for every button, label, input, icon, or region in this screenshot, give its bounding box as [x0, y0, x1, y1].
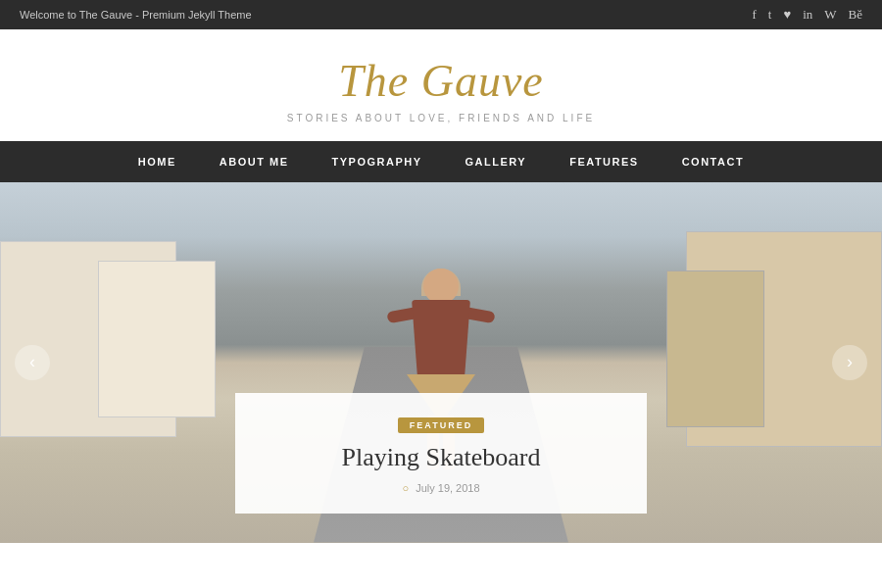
instagram-icon[interactable]: ♥	[783, 7, 791, 23]
site-tagline: Stories About Love, Friends and Life	[20, 113, 862, 123]
building-right2	[666, 270, 764, 427]
welcome-text: Welcome to The Gauve - Premium Jekyll Th…	[20, 9, 252, 21]
card-date-text: July 19, 2018	[416, 482, 479, 494]
nav-item-contact[interactable]: CONTACT	[661, 141, 765, 182]
social-icons: f t ♥ in W Bĕ	[752, 7, 862, 23]
nav-link-about[interactable]: ABOUT ME	[198, 141, 311, 182]
building-left2	[98, 261, 216, 417]
card-title[interactable]: Playing Skateboard	[274, 443, 608, 472]
site-header: The Gauve Stories About Love, Friends an…	[0, 29, 882, 141]
card-date: ○ July 19, 2018	[274, 482, 608, 494]
prev-arrow-icon: ‹	[29, 352, 35, 372]
nav-link-home[interactable]: HOME	[117, 141, 198, 182]
topbar: Welcome to The Gauve - Premium Jekyll Th…	[0, 0, 882, 29]
twitter-icon[interactable]: t	[768, 7, 772, 23]
behance-icon[interactable]: Bĕ	[849, 7, 862, 23]
nav-item-home[interactable]: HOME	[117, 141, 198, 182]
site-title[interactable]: The Gauve	[20, 57, 862, 107]
nav-item-about[interactable]: ABOUT ME	[198, 141, 311, 182]
nav-list: HOME ABOUT ME TYPOGRAPHY GALLERY FEATURE…	[117, 141, 765, 182]
next-arrow-icon: ›	[847, 352, 853, 372]
nav-link-gallery[interactable]: GALLERY	[444, 141, 549, 182]
linkedin-icon[interactable]: in	[803, 7, 812, 23]
nav-item-features[interactable]: FEATURES	[548, 141, 660, 182]
hero-content-card: FEATURED Playing Skateboard ○ July 19, 2…	[235, 393, 647, 514]
nav-link-contact[interactable]: CONTACT	[661, 141, 765, 182]
featured-badge: FEATURED	[398, 417, 484, 433]
date-icon: ○	[402, 482, 409, 494]
hero-slider: ‹ › FEATURED Playing Skateboard ○ July 1…	[0, 182, 882, 543]
nav-link-features[interactable]: FEATURES	[548, 141, 660, 182]
main-nav: HOME ABOUT ME TYPOGRAPHY GALLERY FEATURE…	[0, 141, 882, 182]
wordpress-icon[interactable]: W	[824, 7, 836, 23]
slider-next-button[interactable]: ›	[832, 345, 867, 380]
nav-link-typography[interactable]: TYPOGRAPHY	[311, 141, 444, 182]
nav-item-typography[interactable]: TYPOGRAPHY	[311, 141, 444, 182]
facebook-icon[interactable]: f	[752, 7, 756, 23]
slider-prev-button[interactable]: ‹	[15, 345, 50, 380]
nav-item-gallery[interactable]: GALLERY	[444, 141, 549, 182]
